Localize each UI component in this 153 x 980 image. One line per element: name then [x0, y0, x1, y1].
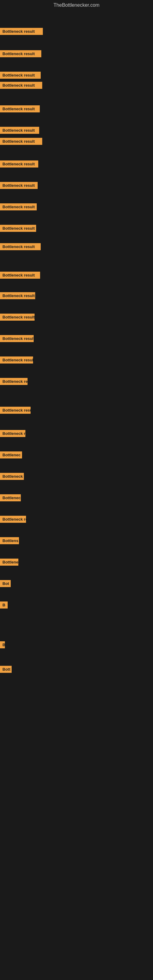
bottleneck-item: Bottleneck result	[0, 292, 35, 301]
bottleneck-item: Bottlens	[0, 537, 19, 546]
bottleneck-label: Bottlens	[0, 537, 19, 544]
bottleneck-label: Bott	[0, 666, 12, 673]
bottleneck-label: Bottleneck result	[0, 127, 39, 134]
bottleneck-label: Bottleneck result	[0, 182, 38, 189]
bottleneck-label: Bottleneck re	[0, 378, 27, 385]
bottleneck-item: Bottleneck	[0, 558, 18, 567]
bottleneck-label: Bottleneck result	[0, 204, 37, 210]
bottleneck-label: Bottleneck result	[0, 407, 30, 414]
bottleneck-label: Bottleneck result	[0, 50, 41, 57]
bottleneck-item: B	[0, 641, 5, 649]
bottleneck-item: Bottleneck result	[0, 161, 38, 169]
bottleneck-item: Bottleneck result	[0, 204, 37, 212]
bottleneck-item: Bottleneck res	[0, 516, 26, 524]
bottleneck-label: Bottleneck result	[0, 105, 40, 112]
bottleneck-label: Bottleneck r	[0, 473, 24, 480]
bottleneck-label: Bottleneck result	[0, 313, 35, 321]
bottleneck-label: Bottleneck result	[0, 243, 41, 250]
bottleneck-label: Bottleneck r	[0, 430, 26, 437]
bottleneck-item: Bott	[0, 666, 12, 674]
bottleneck-item: Bottleneck result	[0, 272, 40, 280]
bottleneck-item: Bottleneck result	[0, 313, 35, 322]
bottleneck-label: Bottleneck result	[0, 272, 40, 279]
bottleneck-item: Bottleneck result	[0, 138, 42, 146]
bottleneck-item: Bottleneck result	[0, 28, 43, 36]
bottleneck-item: Bot	[0, 580, 11, 588]
bottleneck-label: Bottleneck result	[0, 292, 35, 299]
bottleneck-label: Bot	[0, 580, 11, 587]
bottleneck-label: Bottleneck result	[0, 356, 33, 364]
bottleneck-item: Bottleneck re	[0, 378, 27, 386]
bottleneck-item: Bottleneck result	[0, 127, 39, 135]
bottleneck-label: Bottleneck result	[0, 82, 42, 89]
bottleneck-item: Bottleneck	[0, 494, 21, 503]
bottleneck-label: Bottleneck result	[0, 335, 33, 342]
bottleneck-item: Bottleneck result	[0, 335, 33, 343]
bottleneck-label: Bottleneck result	[0, 225, 36, 232]
bottleneck-label: B	[0, 641, 5, 648]
bottleneck-item: Bottleneck result	[0, 225, 36, 233]
bottleneck-item: Bottleneck result	[0, 105, 40, 114]
bottleneck-label: Bottleneck result	[0, 72, 41, 79]
bottleneck-label: Bottleneck result	[0, 138, 42, 145]
bottleneck-item: Bottleneck r	[0, 430, 26, 438]
bottleneck-label: Bottleneck	[0, 494, 21, 501]
site-title: TheBottlenecker.com	[0, 0, 153, 10]
bottleneck-label: Bottleneck result	[0, 161, 38, 167]
bottleneck-item: Bottleneck r	[0, 473, 24, 481]
bottleneck-item: Bottleneck result	[0, 356, 33, 365]
bottleneck-label: Bottleneck result	[0, 28, 43, 35]
bottleneck-item: Bottleneck result	[0, 72, 41, 80]
bottleneck-item: Bottleneck result	[0, 407, 30, 415]
bottleneck-item: Bottleneck result	[0, 50, 41, 59]
bottleneck-label: Bottlenec	[0, 452, 22, 458]
bottleneck-label: B	[0, 601, 8, 609]
bottleneck-item: Bottleneck result	[0, 243, 41, 251]
bottleneck-item: B	[0, 601, 8, 610]
bottleneck-label: Bottleneck res	[0, 516, 26, 523]
bottleneck-label: Bottleneck	[0, 558, 18, 566]
bottleneck-item: Bottleneck result	[0, 182, 38, 190]
bottleneck-item: Bottleneck result	[0, 82, 42, 90]
bottleneck-item: Bottlenec	[0, 452, 22, 460]
